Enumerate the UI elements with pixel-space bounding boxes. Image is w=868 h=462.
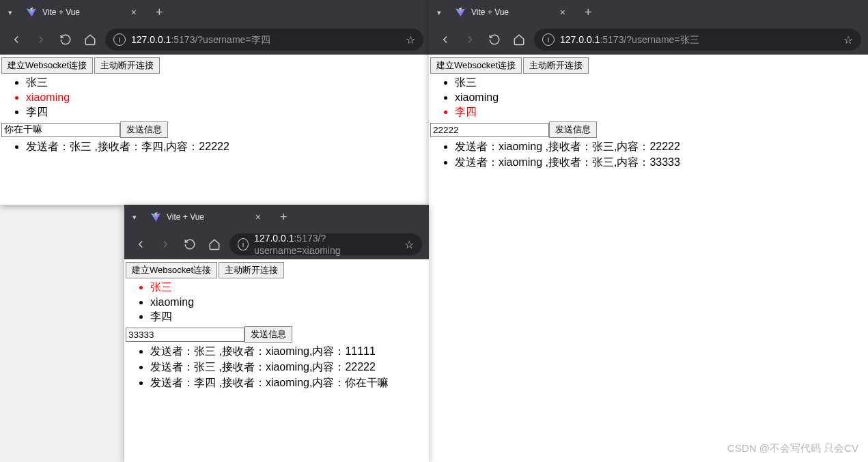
sender-label: 发送者： — [455, 156, 499, 168]
browser-tab[interactable]: Vite + Vue× — [142, 206, 272, 228]
message-list: 发送者：xiaoming ,接收者：张三,内容：22222发送者：xiaomin… — [430, 139, 867, 171]
user-list-item[interactable]: 李四 — [26, 104, 429, 120]
bookmark-star-icon[interactable]: ☆ — [843, 33, 853, 46]
user-list-item[interactable]: xiaoming — [455, 91, 867, 104]
nav-bar: i127.0.0.1:5173/?username=xiaoming☆ — [124, 229, 429, 259]
url-text: 127.0.0.1:5173/?username=张三 — [560, 33, 699, 46]
message-list: 发送者：张三 ,接收者：xiaoming,内容：11111发送者：张三 ,接收者… — [126, 344, 428, 391]
forward-button[interactable] — [460, 30, 479, 49]
connect-websocket-button[interactable]: 建立Websocket连接 — [1, 57, 93, 74]
disconnect-websocket-button[interactable]: 主动断开连接 — [523, 57, 589, 74]
bookmark-star-icon[interactable]: ☆ — [404, 238, 414, 251]
sender-value: 张三 — [194, 345, 216, 357]
content-value: 22222 — [345, 361, 376, 373]
user-list-item[interactable]: 李四 — [150, 309, 428, 325]
sender-label: 发送者： — [26, 141, 70, 152]
home-button[interactable] — [205, 235, 224, 254]
send-message-button[interactable]: 发送信息 — [120, 121, 168, 138]
content-label: ,内容： — [614, 141, 649, 152]
tab-list-dropdown-icon[interactable]: ▾ — [132, 213, 137, 222]
back-button[interactable] — [131, 235, 150, 254]
bookmark-star-icon[interactable]: ☆ — [406, 33, 415, 46]
disconnect-websocket-button[interactable]: 主动断开连接 — [219, 262, 284, 278]
reload-button[interactable] — [180, 235, 199, 254]
site-info-icon[interactable]: i — [113, 33, 126, 46]
page-content: 建立Websocket连接主动断开连接张三xiaoming李四发送信息发送者：张… — [124, 259, 429, 462]
sender-label: 发送者： — [455, 141, 499, 152]
disconnect-websocket-button[interactable]: 主动断开连接 — [94, 57, 160, 74]
forward-button[interactable] — [31, 30, 51, 49]
receiver-label: ,接收者： — [92, 141, 141, 152]
connect-websocket-button[interactable]: 建立Websocket连接 — [126, 262, 217, 278]
sender-value: 张三 — [70, 141, 92, 152]
back-button[interactable] — [7, 30, 26, 49]
content-label: ,内容： — [309, 345, 345, 357]
browser-window: ▾Vite + Vue×+i127.0.0.1:5173/?username=张… — [429, 0, 868, 462]
send-message-button[interactable]: 发送信息 — [549, 121, 597, 138]
sender-value: 李四 — [194, 377, 216, 388]
send-message-button[interactable]: 发送信息 — [244, 326, 292, 343]
receiver-label: ,接收者： — [542, 156, 592, 168]
user-list-item[interactable]: xiaoming — [150, 295, 428, 309]
browser-tab[interactable]: Vite + Vue× — [18, 1, 148, 23]
browser-window: ▾Vite + Vue×+i127.0.0.1:5173/?username=李… — [0, 0, 430, 205]
reload-button[interactable] — [56, 30, 75, 49]
browser-window: ▾Vite + Vue×+i127.0.0.1:5173/?username=x… — [124, 205, 429, 462]
site-info-icon[interactable]: i — [542, 33, 555, 46]
receiver-value: xiaoming — [266, 361, 309, 373]
back-button[interactable] — [436, 30, 455, 49]
page-content: 建立Websocket连接主动断开连接张三xiaoming李四发送信息发送者：x… — [429, 55, 868, 462]
user-list-item[interactable]: xiaoming — [26, 91, 429, 104]
window-title-bar[interactable]: ▾Vite + Vue×+ — [124, 205, 429, 229]
connect-websocket-button[interactable]: 建立Websocket连接 — [430, 57, 522, 74]
close-tab-icon[interactable]: × — [253, 212, 264, 222]
user-list: 张三xiaoming李四 — [1, 75, 429, 120]
forward-button[interactable] — [156, 235, 175, 254]
address-bar[interactable]: i127.0.0.1:5173/?username=李四☆ — [105, 29, 423, 50]
message-input[interactable] — [1, 123, 120, 137]
sender-value: 张三 — [194, 361, 216, 373]
receiver-label: ,接收者： — [216, 345, 266, 357]
content-label: ,内容： — [309, 361, 345, 373]
address-bar[interactable]: i127.0.0.1:5173/?username=xiaoming☆ — [229, 233, 422, 255]
message-input[interactable] — [430, 123, 549, 137]
tab-list-dropdown-icon[interactable]: ▾ — [437, 8, 441, 17]
url-text: 127.0.0.1:5173/?username=李四 — [131, 33, 270, 46]
home-button[interactable] — [81, 30, 100, 49]
receiver-value: 李四 — [141, 141, 163, 152]
vite-favicon-icon — [455, 7, 466, 18]
message-list-item: 发送者：李四 ,接收者：xiaoming,内容：你在干嘛 — [150, 375, 428, 391]
message-list-item: 发送者：张三 ,接收者：xiaoming,内容：22222 — [150, 360, 428, 375]
new-tab-button[interactable]: + — [275, 210, 293, 225]
window-title-bar[interactable]: ▾Vite + Vue×+ — [429, 0, 868, 25]
receiver-value: xiaoming — [266, 345, 309, 357]
site-info-icon[interactable]: i — [238, 238, 249, 250]
user-list-item[interactable]: 张三 — [455, 75, 867, 91]
close-tab-icon[interactable]: × — [557, 7, 568, 18]
receiver-label: ,接收者： — [216, 361, 266, 373]
receiver-value: 张三 — [592, 156, 614, 168]
address-bar[interactable]: i127.0.0.1:5173/?username=张三☆ — [534, 29, 861, 50]
sender-value: xiaoming — [499, 156, 542, 168]
browser-tab[interactable]: Vite + Vue× — [447, 1, 576, 23]
message-list-item: 发送者：xiaoming ,接收者：张三,内容：33333 — [455, 155, 867, 171]
message-input[interactable] — [126, 328, 244, 342]
user-list: 张三xiaoming李四 — [430, 75, 867, 120]
content-label: ,内容： — [163, 141, 199, 152]
user-list-item[interactable]: 李四 — [455, 104, 867, 120]
vite-favicon-icon — [26, 7, 37, 18]
user-list-item[interactable]: 张三 — [150, 280, 428, 295]
nav-bar: i127.0.0.1:5173/?username=张三☆ — [429, 25, 868, 55]
home-button[interactable] — [509, 30, 529, 49]
new-tab-button[interactable]: + — [579, 5, 598, 20]
user-list: 张三xiaoming李四 — [126, 280, 428, 325]
new-tab-button[interactable]: + — [150, 5, 169, 20]
tab-list-dropdown-icon[interactable]: ▾ — [8, 8, 12, 17]
window-title-bar[interactable]: ▾Vite + Vue×+ — [0, 0, 430, 25]
reload-button[interactable] — [485, 30, 504, 49]
sender-label: 发送者： — [150, 345, 194, 357]
content-value: 22222 — [649, 141, 680, 152]
user-list-item[interactable]: 张三 — [26, 75, 429, 91]
sender-label: 发送者： — [150, 377, 194, 388]
close-tab-icon[interactable]: × — [128, 7, 139, 18]
